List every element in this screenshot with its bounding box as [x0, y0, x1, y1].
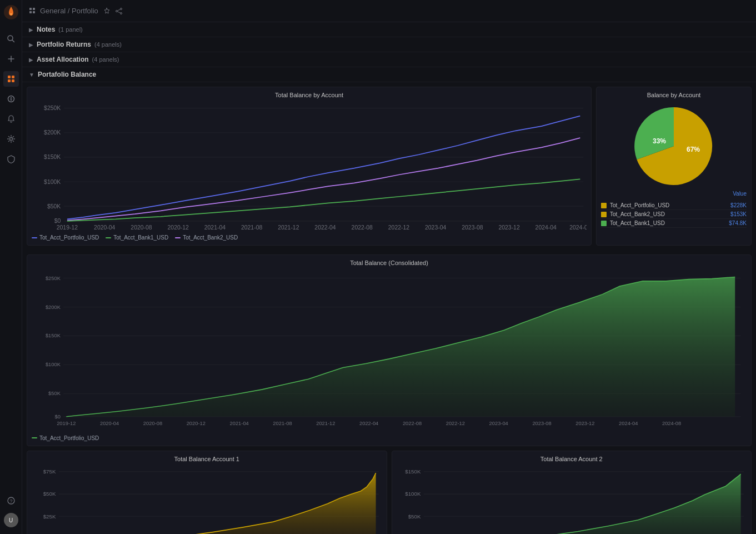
- section-asset-allocation-count: (4 panels): [92, 56, 119, 63]
- grid-icon-btn[interactable]: [3, 71, 19, 87]
- svg-rect-12: [29, 8, 32, 10]
- svg-text:$150K: $150K: [405, 468, 421, 475]
- chart-svg-4: $150K $100K $50K $0: [397, 466, 747, 534]
- svg-text:$100K: $100K: [405, 491, 421, 497]
- svg-text:2023-04: 2023-04: [425, 224, 447, 231]
- panel-total-balance-consolidated: Total Balance (Consolidated) $250K: [27, 254, 752, 446]
- svg-text:$0: $0: [55, 414, 61, 420]
- pie-label-33: 33%: [653, 137, 666, 145]
- pie-label-67: 67%: [687, 146, 700, 153]
- section-asset-allocation[interactable]: ▶ Asset Allocation (4 panels): [22, 52, 756, 67]
- legend-portfolio: Tot_Acct_Portfolio_USD: [32, 234, 99, 241]
- svg-text:2020-08: 2020-08: [131, 224, 152, 231]
- pie-value-header: Value: [601, 191, 747, 197]
- star-icon[interactable]: [103, 7, 111, 15]
- section-portafolio-balance-label: Portafolio Balance: [38, 71, 96, 78]
- chart1-legend: Tot_Acct_Portfolio_USD Tot_Acct_Bank1_US…: [32, 234, 587, 241]
- svg-text:2021-08: 2021-08: [241, 224, 262, 231]
- breadcrumb-general: General / Portfolio: [40, 7, 98, 15]
- section-portafolio-balance-header[interactable]: ▼ Portafolio Balance: [22, 67, 756, 82]
- svg-rect-14: [29, 11, 32, 13]
- svg-text:2021-12: 2021-12: [278, 224, 299, 231]
- caret-portfolio-returns: ▶: [29, 42, 33, 48]
- svg-text:?: ?: [9, 498, 12, 504]
- svg-text:$50K: $50K: [408, 513, 420, 519]
- legend-label-portfolio: Tot_Acct_Portfolio_USD: [39, 234, 99, 241]
- shield-icon-btn[interactable]: [3, 151, 19, 167]
- gear-icon-btn[interactable]: [3, 131, 19, 147]
- svg-rect-2: [8, 76, 11, 78]
- svg-text:2020-04: 2020-04: [100, 421, 119, 427]
- legend-dot-bank2: [175, 237, 181, 238]
- pie-legend-row-portfolio: Tot_Acct_Portfolio_USD $228K: [601, 201, 747, 210]
- svg-text:2022-12: 2022-12: [388, 224, 409, 231]
- section-portfolio-returns[interactable]: ▶ Portfolio Returns (4 panels): [22, 37, 756, 52]
- legend-consolidated-portfolio: Tot_Acct_Portfolio_USD: [32, 435, 99, 441]
- svg-text:$250K: $250K: [44, 105, 61, 111]
- legend-bank2: Tot_Acct_Bank2_USD: [175, 234, 238, 241]
- account1-title: Total Balance Account 1: [32, 456, 382, 462]
- svg-rect-5: [12, 79, 14, 82]
- svg-text:$150K: $150K: [44, 154, 61, 160]
- pie-legend-row-bank1: Tot_Acct_Bank1_USD $74.8K: [601, 219, 747, 228]
- portafolio-balance-panels: Total Balance by Account: [22, 82, 756, 534]
- topbar: General / Portfolio: [22, 0, 756, 22]
- svg-text:2021-08: 2021-08: [273, 421, 292, 427]
- pie-dot-bank1: [601, 221, 607, 226]
- section-portafolio-balance: ▼ Portafolio Balance Total Balance by Ac…: [22, 67, 756, 534]
- total-balance-by-account-title: Total Balance by Account: [32, 92, 587, 98]
- app-logo[interactable]: [3, 4, 19, 20]
- panel-account1: Total Balance Account 1 $75K: [27, 451, 387, 534]
- pie-dot-portfolio: [601, 203, 607, 208]
- svg-rect-13: [33, 8, 35, 10]
- svg-text:$50K: $50K: [47, 203, 61, 209]
- section-notes-count: (1 panel): [58, 26, 82, 33]
- svg-text:2022-12: 2022-12: [446, 421, 465, 427]
- svg-text:$100K: $100K: [44, 179, 61, 185]
- panel-total-balance-by-account: Total Balance by Account: [27, 87, 592, 246]
- svg-text:2021-12: 2021-12: [316, 421, 335, 427]
- svg-text:2020-12: 2020-12: [187, 421, 206, 427]
- breadcrumb: General / Portfolio: [40, 7, 98, 15]
- plus-icon-btn[interactable]: [3, 51, 19, 67]
- pie-legend: Tot_Acct_Portfolio_USD $228K Tot_Acct_Ba…: [601, 201, 747, 228]
- question-icon-btn[interactable]: ?: [3, 493, 19, 508]
- pie-svg: 33% 67%: [629, 102, 718, 191]
- svg-text:2020-12: 2020-12: [168, 224, 189, 231]
- pie-title: Balance by Account: [601, 92, 747, 98]
- legend-label-bank2: Tot_Acct_Bank2_USD: [183, 234, 238, 241]
- svg-rect-4: [8, 79, 11, 82]
- section-notes[interactable]: ▶ Notes (1 panel): [22, 22, 756, 37]
- compass-icon-btn[interactable]: [3, 91, 19, 107]
- pie-legend-left-portfolio: Tot_Acct_Portfolio_USD: [601, 202, 669, 208]
- chart-svg-3: $75K $50K $25K $0: [32, 466, 382, 534]
- svg-text:$25K: $25K: [43, 513, 56, 519]
- dashboard-content: ▶ Notes (1 panel) ▶ Portfolio Returns (4…: [22, 22, 756, 534]
- pie-legend-left-bank2: Tot_Acct_Bank2_USD: [601, 211, 665, 217]
- share-icon[interactable]: [115, 7, 123, 15]
- svg-marker-8: [10, 99, 12, 101]
- legend-label-consolidated: Tot_Acct_Portfolio_USD: [39, 435, 99, 441]
- svg-point-18: [120, 12, 122, 14]
- svg-rect-15: [33, 11, 35, 13]
- svg-text:2022-04: 2022-04: [314, 224, 336, 231]
- pie-legend-label-bank2: Tot_Acct_Bank2_USD: [610, 211, 665, 217]
- caret-portafolio-balance: ▼: [29, 72, 34, 78]
- user-avatar[interactable]: U: [4, 513, 18, 527]
- consolidated-chart: $250K $200K $150K $100K $50K $0: [32, 270, 747, 433]
- svg-text:2023-04: 2023-04: [489, 421, 508, 427]
- search-icon-btn[interactable]: [3, 31, 19, 47]
- main-content: General / Portfolio ▶ Notes (1 panel) ▶ …: [22, 0, 756, 534]
- svg-text:2023-08: 2023-08: [532, 421, 551, 427]
- panel-pie-balance: Balance by Account 33% 67%: [596, 87, 752, 246]
- pie-dot-bank2: [601, 212, 607, 217]
- legend-dot-bank1: [106, 237, 111, 238]
- chart-svg-1: $250K $200K $150K $100K $50K $0: [32, 102, 587, 231]
- chart-svg-2: $250K $200K $150K $100K $50K $0: [32, 270, 747, 431]
- svg-point-16: [120, 8, 122, 9]
- section-portfolio-returns-count: (4 panels): [94, 41, 122, 48]
- svg-text:$250K: $250K: [46, 276, 61, 281]
- svg-text:2019-12: 2019-12: [57, 224, 78, 231]
- bell-icon-btn[interactable]: [3, 111, 19, 127]
- account2-title: Total Balance Acount 2: [397, 456, 747, 462]
